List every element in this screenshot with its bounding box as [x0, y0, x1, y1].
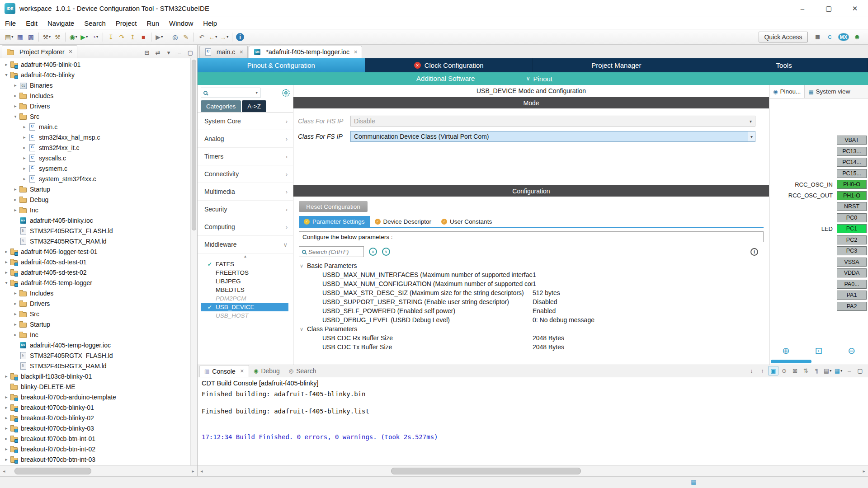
clear-console-icon[interactable]: ⊠ [790, 366, 800, 375]
tree-collapsed-arrow-icon[interactable]: ▸ [21, 124, 28, 129]
tree-item[interactable]: ▸system_stm32f4xx.c [0, 174, 190, 184]
tree-collapsed-arrow-icon[interactable]: ▸ [12, 103, 19, 108]
tree-item[interactable]: ▸Drivers [0, 298, 190, 309]
step-into-icon[interactable]: ↧ [105, 32, 116, 42]
parameter-value[interactable]: Enabled [533, 307, 556, 314]
pin-pa1[interactable]: PA1 [837, 291, 867, 300]
tree-collapsed-arrow-icon[interactable]: ▸ [21, 145, 28, 150]
close-tab-icon[interactable]: ✕ [240, 368, 244, 374]
zoom-in-icon[interactable]: ⊕ [782, 345, 790, 356]
back-icon[interactable]: ←▾ [207, 32, 218, 42]
menu-item-project[interactable]: Project [111, 17, 142, 29]
tree-collapsed-arrow-icon[interactable]: ▸ [3, 415, 10, 420]
pinout-horizontal-scrollbar[interactable] [769, 359, 868, 365]
pin-ph1-o[interactable]: PH1-O [837, 191, 867, 200]
scroll-right-icon[interactable]: ▸ [860, 469, 868, 474]
additional-software-dropdown[interactable]: Additional Software [198, 72, 693, 85]
cube-tab-clock-configuration[interactable]: ✕Clock Configuration [365, 58, 533, 72]
category-system-core[interactable]: System Core› [198, 113, 293, 130]
pin-pc3[interactable]: PC3 [837, 246, 867, 255]
scrollbar-track[interactable] [8, 466, 189, 476]
pin-pc2[interactable]: PC2 [837, 235, 867, 244]
tree-collapsed-arrow-icon[interactable]: ▸ [21, 135, 28, 140]
middleware-item-libjpeg[interactable]: LIBJPEG [201, 277, 288, 286]
menu-item-search[interactable]: Search [79, 17, 111, 29]
forward-icon[interactable]: →▾ [218, 32, 230, 42]
explorer-horizontal-scrollbar[interactable]: ◂ ▸ [0, 465, 197, 476]
tree-item[interactable]: STM32F405RGTX_RAM.ld [0, 236, 190, 246]
tree-expanded-arrow-icon[interactable]: ▾ [3, 72, 10, 77]
tree-collapsed-arrow-icon[interactable]: ▸ [21, 155, 28, 160]
tree-expanded-arrow-icon[interactable]: ▾ [12, 114, 19, 119]
tree-item[interactable]: ▸Binaries [0, 80, 190, 90]
parameter-value[interactable]: 0: No debug message [533, 316, 594, 324]
parameter-row[interactable]: USBD_SELF_POWERED (Enabled self power)En… [299, 306, 764, 315]
open-perspective-icon[interactable]: ▦ [812, 32, 823, 42]
info-icon[interactable]: i [236, 33, 244, 41]
tree-expanded-arrow-icon[interactable]: ▾ [3, 280, 10, 285]
zoom-out-icon[interactable]: ⊖ [848, 345, 855, 356]
project-explorer-tab[interactable]: Project Explorer ✕ [2, 45, 77, 58]
tree-item[interactable]: ▸Startup [0, 184, 190, 194]
category-computing[interactable]: Computing› [198, 218, 293, 236]
pin-pc14[interactable]: PC14... [837, 158, 867, 167]
editor-horizontal-scrollbar[interactable]: ◂ ▸ [198, 465, 868, 476]
parameter-value[interactable]: 2048 Bytes [533, 334, 564, 342]
tree-collapsed-arrow-icon[interactable]: ▸ [12, 322, 19, 327]
tree-collapsed-arrow-icon[interactable]: ▸ [3, 374, 10, 379]
device-configuration-perspective-icon[interactable]: MX [838, 33, 849, 41]
minimize-view-icon[interactable]: – [844, 366, 854, 375]
pinout-view-tab-system-view[interactable]: ▦System view [805, 85, 854, 98]
pin-nrst[interactable]: NRST [837, 202, 867, 211]
tree-item[interactable]: ▸Debug [0, 194, 190, 205]
tree-item[interactable]: ▸Includes [0, 90, 190, 101]
tree-collapsed-arrow-icon[interactable]: ▸ [12, 93, 19, 98]
editor-tab-main-c[interactable]: main.c✕ [199, 46, 248, 58]
expand-all-icon[interactable]: ∨ [382, 248, 390, 256]
terminate-icon[interactable]: ■ [138, 32, 149, 42]
tree-collapsed-arrow-icon[interactable]: ▸ [3, 394, 10, 399]
tree-collapsed-arrow-icon[interactable]: ▸ [3, 446, 10, 451]
parameter-row[interactable]: USBD_SUPPORT_USER_STRING (Enable user st… [299, 297, 764, 306]
tree-collapsed-arrow-icon[interactable]: ▸ [3, 62, 10, 67]
scroll-lock-icon[interactable]: ⇅ [801, 366, 811, 375]
tree-collapsed-arrow-icon[interactable]: ▸ [21, 166, 28, 171]
category-multimedia[interactable]: Multimedia› [198, 183, 293, 201]
scrollbar-thumb[interactable] [391, 468, 581, 474]
reset-configuration-button[interactable]: Reset Configuration [299, 201, 368, 212]
tree-collapsed-arrow-icon[interactable]: ▸ [12, 187, 19, 192]
parameter-group-header[interactable]: ∨Basic Parameters [299, 261, 764, 270]
tree-item[interactable]: ▸Src [0, 309, 190, 319]
tree-collapsed-arrow-icon[interactable]: ▸ [12, 291, 19, 296]
tree-item[interactable]: ▸syscalls.c [0, 153, 190, 163]
collapse-all-icon[interactable]: ⊟ [142, 49, 152, 56]
pin-vbat[interactable]: VBAT [837, 136, 867, 145]
parameter-value[interactable]: 2048 Bytes [533, 343, 564, 351]
tree-item[interactable]: ▸Inc [0, 205, 190, 215]
cube-tab-project-manager[interactable]: Project Manager [533, 58, 701, 72]
tree-item[interactable]: ▸breakout-f070cb-btn-int-03 [0, 454, 190, 465]
tree-collapsed-arrow-icon[interactable]: ▸ [12, 332, 19, 337]
tree-collapsed-arrow-icon[interactable]: ▸ [3, 270, 10, 275]
tree-item[interactable]: ▸adafruit-f405-blink-01 [0, 59, 190, 70]
tree-collapsed-arrow-icon[interactable]: ▸ [12, 207, 19, 212]
tree-collapsed-arrow-icon[interactable]: ▸ [3, 457, 10, 462]
external-tools-icon[interactable]: ▶▾ [154, 32, 165, 42]
previous-item-icon[interactable]: ↑ [757, 366, 768, 375]
class-for-fs-ip-select[interactable]: Communication Device Class (Virtual Port… [350, 131, 755, 142]
console-tab-debug[interactable]: ◉Debug [249, 365, 284, 377]
scroll-left-icon[interactable]: ◂ [198, 469, 206, 474]
save-all-icon[interactable]: ▩ [25, 32, 36, 42]
parameter-search-input[interactable] [308, 249, 361, 255]
sidebar-tab-categories[interactable]: Categories [201, 100, 241, 112]
scrollbar-track[interactable] [206, 466, 860, 476]
tree-item[interactable]: ▸adafruit-f405-logger-test-01 [0, 246, 190, 257]
view-menu-icon[interactable]: ▾ [164, 49, 174, 56]
pin-pc0[interactable]: PC0 [837, 213, 867, 222]
display-selected-console-icon[interactable]: ▤▾ [822, 366, 833, 375]
pin-pc15[interactable]: PC15... [837, 169, 867, 178]
menu-item-navigate[interactable]: Navigate [42, 17, 79, 29]
pin-pa0[interactable]: PA0... [837, 280, 867, 289]
sidebar-tab-a-z[interactable]: A->Z [242, 100, 266, 112]
scrollbar-thumb[interactable] [14, 468, 91, 474]
